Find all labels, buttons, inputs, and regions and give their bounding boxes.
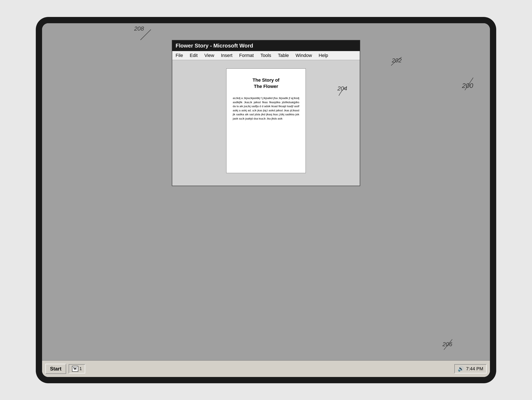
- menu-help[interactable]: Help: [318, 52, 329, 59]
- outer-frame: 208 Flower Story - Microsoft Word File E…: [36, 17, 496, 383]
- menu-file[interactable]: File: [175, 52, 184, 59]
- menu-format[interactable]: Format: [238, 52, 255, 59]
- taskbar-word-label: 1: [80, 366, 82, 371]
- word-icon: W: [72, 366, 78, 372]
- menu-table[interactable]: Table: [277, 52, 290, 59]
- start-button[interactable]: Start: [45, 364, 66, 374]
- desktop-area: 208 Flower Story - Microsoft Word File E…: [42, 23, 490, 360]
- page-title: The Story of The Flower: [253, 77, 279, 90]
- menu-window[interactable]: Window: [295, 52, 313, 59]
- menu-view[interactable]: View: [203, 52, 215, 59]
- document-area: The Story of The Flower as;lkdj a ;lkjsa…: [172, 60, 360, 186]
- taskbar-word-button[interactable]: W 1: [69, 364, 85, 373]
- title-bar: Flower Story - Microsoft Word: [172, 40, 360, 51]
- annotation-204-arrow: [335, 85, 351, 98]
- annotation-202-arrow: [385, 53, 406, 70]
- window-title: Flower Story - Microsoft Word: [176, 43, 253, 49]
- annotation-208-arrow: [124, 25, 165, 42]
- tray-icon: 🔊: [458, 366, 464, 372]
- clock: 7:44 PM: [466, 366, 483, 372]
- menu-tools[interactable]: Tools: [260, 52, 272, 59]
- page-body: as;lkdj a ;lkjsa;lkjasldkj f j;lkjsalkd …: [233, 96, 299, 121]
- system-tray: 🔊 7:44 PM: [454, 364, 487, 373]
- menu-insert[interactable]: Insert: [220, 52, 233, 59]
- annotation-200-arrow: [459, 73, 480, 94]
- menu-edit[interactable]: Edit: [189, 52, 198, 59]
- document-page: The Story of The Flower as;lkdj a ;lkjsa…: [226, 69, 306, 173]
- menu-bar: File Edit View Insert Format Tools Table…: [172, 51, 360, 60]
- screen: 208 Flower Story - Microsoft Word File E…: [42, 23, 490, 377]
- taskbar: Start W 1 🔊 7:44 PM: [42, 360, 490, 377]
- word-window: Flower Story - Microsoft Word File Edit …: [172, 40, 360, 186]
- annotation-206-arrow: [440, 337, 456, 352]
